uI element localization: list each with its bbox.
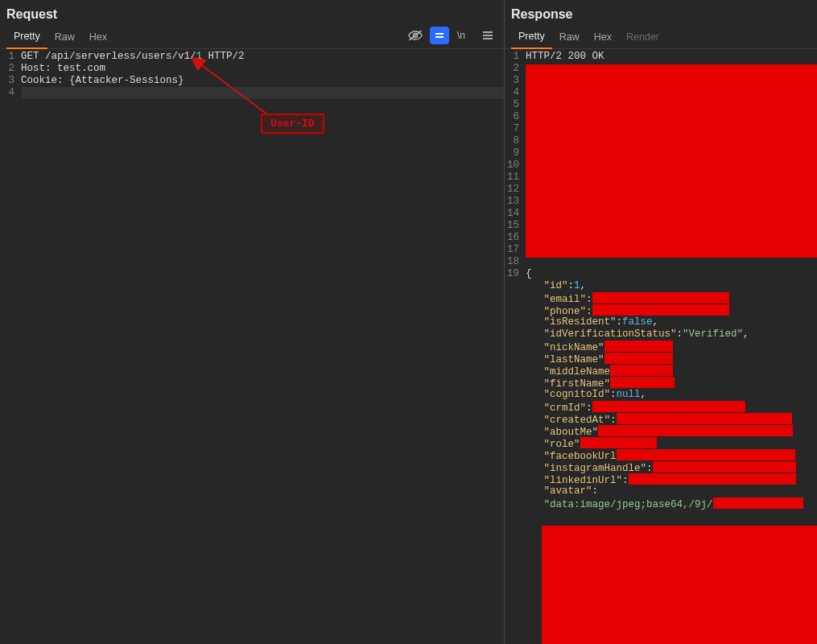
- redacted-headers: [526, 64, 817, 258]
- tab-pretty[interactable]: Pretty: [6, 26, 47, 49]
- annotation-arrow: [187, 54, 275, 118]
- hide-icon[interactable]: [406, 27, 425, 44]
- annotation-label: User-ID: [261, 114, 324, 134]
- response-gutter: 12345678910111213141516171819: [505, 51, 522, 644]
- svg-rect-2: [435, 33, 444, 35]
- request-pane: Request \n Pretty Raw Hex 1234: [0, 0, 505, 644]
- json-email: "email":: [526, 292, 817, 304]
- tab-raw[interactable]: Raw: [47, 27, 82, 48]
- json-isresident: "isResident":false,: [526, 316, 817, 328]
- request-code[interactable]: 1234 GET /api/serverless/users/v1/1 HTTP…: [0, 49, 504, 644]
- json-firstname: "firstName": [526, 377, 817, 389]
- newline-icon[interactable]: \n: [454, 27, 473, 44]
- response-status-line: HTTP/2 200 OK: [526, 51, 817, 63]
- response-code-body: HTTP/2 200 OK { "id":1, "email": "phone"…: [522, 51, 817, 644]
- svg-rect-3: [435, 36, 444, 38]
- response-pane: Response Pretty Raw Hex Render 123456789…: [505, 0, 817, 644]
- menu-icon[interactable]: [478, 27, 497, 44]
- json-dataimage: "data:image/jpeg;base64,/9j/: [526, 497, 817, 510]
- request-title: Request: [0, 0, 504, 27]
- redacted-body-tail: [542, 526, 817, 644]
- json-createdat: "createdAt":: [526, 413, 817, 425]
- json-lastname: "lastName": [526, 353, 817, 365]
- tab-hex[interactable]: Hex: [587, 27, 619, 48]
- json-cognitoid: "cognitoId":null,: [526, 389, 817, 401]
- equals-icon[interactable]: [430, 27, 449, 44]
- tab-render[interactable]: Render: [619, 27, 666, 48]
- response-code[interactable]: 12345678910111213141516171819 HTTP/2 200…: [505, 49, 817, 644]
- json-aboutme: "aboutMe": [526, 425, 817, 437]
- svg-line-8: [193, 59, 267, 114]
- json-id: "id":1,: [526, 280, 817, 292]
- json-nickname: "nickName": [526, 341, 817, 353]
- request-gutter: 1234: [0, 51, 18, 644]
- json-avatar: "avatar":: [526, 485, 817, 497]
- json-phone: "phone":: [526, 304, 817, 316]
- json-linkedin: "linkedinUrl":: [526, 473, 817, 485]
- tab-pretty[interactable]: Pretty: [511, 26, 552, 49]
- json-middlename: "middleName: [526, 365, 817, 377]
- json-role: "role": [526, 437, 817, 449]
- json-instagram: "instagramHandle":: [526, 461, 817, 473]
- request-toolbar: \n: [406, 24, 497, 47]
- response-tabbar: Pretty Raw Hex Render: [505, 27, 817, 49]
- tab-hex[interactable]: Hex: [82, 27, 114, 48]
- json-facebook: "facebookUrl: [526, 449, 817, 461]
- json-idverif: "idVerificationStatus":"Verified",: [526, 328, 817, 341]
- svg-text:\n: \n: [457, 30, 465, 41]
- response-title: Response: [505, 0, 817, 27]
- json-crmid: "crmId":: [526, 401, 817, 413]
- tab-raw[interactable]: Raw: [552, 27, 587, 48]
- json-open: {: [526, 268, 532, 279]
